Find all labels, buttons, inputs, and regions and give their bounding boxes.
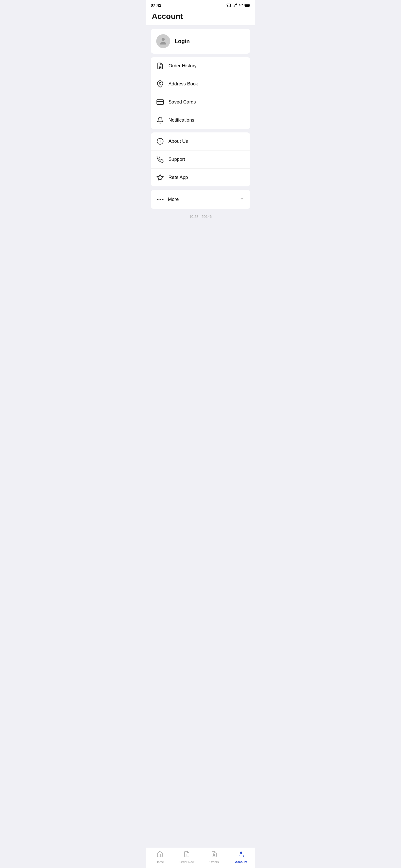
account-nav-label: Account [235,860,247,864]
orders-nav-icon [211,851,218,859]
address-book-icon [156,80,164,88]
page-header: Account [146,9,255,25]
login-button[interactable]: Login [151,29,250,54]
menu-item-saved-cards[interactable]: Saved Cards [151,93,250,111]
bottom-nav: Home Order Now Orders [146,848,255,868]
rate-app-label: Rate App [169,175,188,180]
saved-cards-icon [156,98,164,106]
status-time: 07:42 [151,3,161,7]
chevron-down-icon [239,196,245,203]
order-history-icon [156,62,164,70]
menu-item-support[interactable]: Support [151,150,250,168]
login-label: Login [175,38,190,44]
svg-marker-15 [157,175,163,180]
status-bar: 07:42 [146,0,255,9]
order-history-label: Order History [169,63,197,69]
orders-nav-label: Orders [209,860,219,864]
more-label: More [168,197,179,202]
order-now-nav-icon [183,851,190,859]
svg-rect-2 [245,4,249,6]
menu-item-about-us[interactable]: About Us [151,132,250,150]
menu-item-order-history[interactable]: Order History [151,57,250,75]
status-icons [226,3,250,7]
more-section: More [151,190,250,209]
about-us-icon [156,137,164,145]
menu-section-2: About Us Support Rate App [151,132,250,186]
main-content: Login Order History [146,25,255,249]
nav-item-account[interactable]: Account [228,851,255,864]
svg-rect-8 [157,100,164,104]
about-us-label: About Us [169,138,188,144]
menu-item-notifications[interactable]: Notifications [151,111,250,129]
wifi-icon [239,3,243,7]
notifications-label: Notifications [169,117,194,123]
menu-section-1: Order History Address Book [151,57,250,129]
menu-item-rate-app[interactable]: Rate App [151,168,250,186]
nav-item-home[interactable]: Home [146,851,173,864]
notifications-icon [156,116,164,124]
key-icon [232,3,237,7]
cast-icon [226,3,231,7]
svg-point-21 [240,851,242,854]
home-nav-label: Home [156,860,164,864]
account-nav-icon [238,851,245,859]
battery-icon [245,4,250,7]
more-button[interactable]: More [151,190,250,209]
avatar-icon [156,34,170,48]
svg-point-7 [159,83,161,85]
address-book-label: Address Book [169,81,198,87]
login-card: Login [151,29,250,54]
rate-app-icon [156,174,164,181]
more-left: More [156,197,179,202]
nav-item-orders[interactable]: Orders [200,851,228,864]
home-nav-icon [156,851,163,859]
support-label: Support [169,157,185,162]
saved-cards-label: Saved Cards [169,99,196,105]
more-dots-icon [156,199,164,200]
order-now-nav-label: Order Now [180,860,194,864]
page-title: Account [152,12,249,21]
menu-item-address-book[interactable]: Address Book [151,75,250,93]
version-info: 10.28 - 50146 [151,212,250,220]
nav-item-order-now[interactable]: Order Now [173,851,201,864]
svg-point-3 [162,38,165,41]
support-icon [156,156,164,163]
